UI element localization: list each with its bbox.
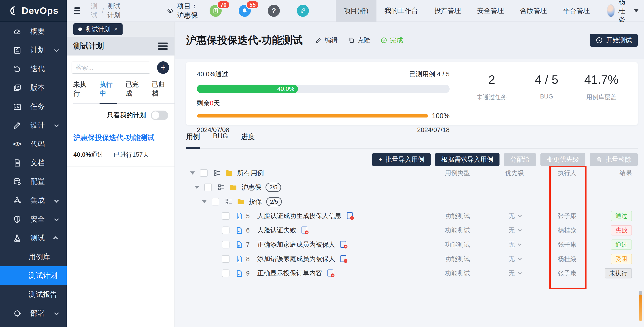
project-switcher[interactable]: 项目：沪惠保 xyxy=(167,1,203,20)
plan-list-item[interactable]: 沪惠保投保迭代-功能测试 40.0%通过 已进行157天 xyxy=(67,126,174,167)
sidebar-item-test-plan[interactable]: 测试计划 xyxy=(0,266,67,285)
sidebar-item-docs[interactable]: 文档 xyxy=(0,154,67,172)
help-icon[interactable]: ? xyxy=(268,5,280,17)
group-name: 所有用例 xyxy=(237,169,264,178)
sidebar-item-security[interactable]: 安全 xyxy=(0,210,67,229)
nav-item-security[interactable]: 安全管理 xyxy=(469,0,512,22)
sidebar-item-label: 版本 xyxy=(30,83,45,93)
case-title[interactable]: 添加错误家庭成员为被保人 xyxy=(257,254,335,263)
nav-item-version[interactable]: 合版管理 xyxy=(512,0,555,22)
close-icon[interactable]: × xyxy=(114,26,118,33)
nav-item-platform[interactable]: 平台管理 xyxy=(555,0,598,22)
logo-text: DevOps xyxy=(22,5,58,16)
tab-cases[interactable]: 用例 xyxy=(186,132,200,149)
plan-duration: 已进行157天 xyxy=(114,150,149,159)
tab-bug[interactable]: BUG xyxy=(213,132,228,149)
scrollbar-thumb[interactable] xyxy=(639,294,642,321)
nav-item-workbench[interactable]: 我的工作台 xyxy=(376,0,426,22)
notifications-bell-icon[interactable]: 55 xyxy=(239,5,251,17)
caret-down-icon[interactable] xyxy=(202,200,207,203)
priority-dropdown[interactable]: 无 xyxy=(492,226,537,235)
checkbox[interactable] xyxy=(212,198,219,205)
remove-case-icon[interactable] xyxy=(340,241,348,249)
sidebar-item-iteration[interactable]: 迭代 xyxy=(0,60,67,78)
remove-case-icon[interactable] xyxy=(346,212,354,220)
todo-count-badge: 70 xyxy=(217,0,230,9)
document-icon xyxy=(12,159,22,167)
checkbox[interactable] xyxy=(222,241,230,248)
checkbox[interactable] xyxy=(200,169,208,177)
copy-icon xyxy=(348,37,354,44)
sidebar-item-task[interactable]: 任务 xyxy=(0,97,67,116)
search-box[interactable] xyxy=(72,62,150,74)
checkbox[interactable] xyxy=(222,269,230,277)
clone-button[interactable]: 克隆 xyxy=(348,36,370,45)
plan-name-link[interactable]: 沪惠保投保迭代-功能测试 xyxy=(73,133,168,143)
checkbox[interactable] xyxy=(222,255,230,263)
link-icon[interactable] xyxy=(297,5,309,17)
sidebar-item-test-report[interactable]: 测试报告 xyxy=(0,285,67,304)
sidebar-item-config[interactable]: 配置 xyxy=(0,172,67,191)
chevron-down-icon xyxy=(518,271,522,275)
sidebar-item-test[interactable]: 测试 xyxy=(0,229,67,247)
my-plans-toggle[interactable] xyxy=(151,111,168,120)
tab-completed[interactable]: 已完成 xyxy=(126,80,144,104)
priority-dropdown[interactable]: 无 xyxy=(492,255,537,263)
dot-icon xyxy=(78,28,82,31)
todo-doc-icon[interactable]: 70 xyxy=(210,5,222,17)
sidebar-item-code[interactable]: </> 代码 xyxy=(0,135,67,154)
batch-import-button[interactable]: + 批量导入用例 xyxy=(372,153,430,166)
start-test-button[interactable]: 开始测试 xyxy=(590,34,638,47)
case-title[interactable]: 人脸认证失败 xyxy=(257,226,296,235)
nav-item-release[interactable]: 投产管理 xyxy=(426,0,469,22)
user-menu[interactable]: 杨桂焱 xyxy=(607,0,639,25)
sidebar-item-case-library[interactable]: 用例库 xyxy=(0,247,67,266)
priority-dropdown[interactable]: 无 xyxy=(492,212,537,220)
remove-case-icon[interactable] xyxy=(326,269,335,277)
caret-down-icon[interactable] xyxy=(190,171,195,175)
checkbox[interactable] xyxy=(222,212,230,220)
app-logo[interactable]: DevOps xyxy=(0,0,67,22)
import-by-requirement-button[interactable]: 根据需求导入用例 xyxy=(435,153,500,166)
tree-group-all-cases[interactable]: 所有用例 xyxy=(187,169,432,178)
checkbox[interactable] xyxy=(222,226,230,234)
breadcrumb-item[interactable]: 测试 xyxy=(91,2,98,20)
sidebar-item-label: 代码 xyxy=(30,139,45,149)
checkbox[interactable] xyxy=(204,184,212,191)
header-actions: 编辑 克隆 完成 xyxy=(315,36,403,45)
database-gear-icon xyxy=(12,177,22,186)
priority-dropdown[interactable]: 无 xyxy=(492,240,537,249)
tab-not-executed[interactable]: 未执行 xyxy=(73,80,91,104)
remove-case-icon[interactable] xyxy=(301,226,309,234)
case-title[interactable]: 正确添加家庭成员为被保人 xyxy=(257,240,335,249)
code-icon: </> xyxy=(12,141,22,148)
case-title[interactable]: 人脸认证成功生成投保人信息 xyxy=(257,211,342,220)
sidebar-item-plan[interactable]: 计划 xyxy=(0,41,67,60)
caret-down-icon[interactable] xyxy=(194,186,199,189)
remove-case-icon[interactable] xyxy=(340,255,348,263)
sidebar-item-integration[interactable]: 集成 xyxy=(0,191,67,210)
search-input[interactable] xyxy=(76,64,156,71)
sidebar-item-design[interactable]: 设计 xyxy=(0,116,67,135)
case-title[interactable]: 正确显示投保订单内容 xyxy=(257,269,322,278)
panel-menu-icon[interactable] xyxy=(158,43,168,50)
assign-to-button[interactable]: 分配给 xyxy=(504,153,536,166)
tab-archived[interactable]: 已归档 xyxy=(152,80,170,104)
add-plan-button[interactable]: + xyxy=(157,61,169,74)
priority-dropdown[interactable]: 无 xyxy=(492,269,537,277)
tab-progress[interactable]: 进度 xyxy=(241,132,255,149)
change-priority-button[interactable]: 变更优先级 xyxy=(540,153,586,166)
avatar xyxy=(607,4,615,17)
sidebar-item-overview[interactable]: 概要 xyxy=(0,22,67,41)
menu-toggle-icon[interactable] xyxy=(74,8,80,14)
bulk-remove-button[interactable]: 批量移除 xyxy=(590,153,638,166)
nav-item-projects[interactable]: 项目(群) xyxy=(336,0,376,22)
toggle-label: 只看我的计划 xyxy=(107,111,146,120)
sidebar-item-deploy[interactable]: 部署 xyxy=(0,304,67,323)
edit-button[interactable]: 编辑 xyxy=(315,36,338,45)
tab-chip-test-plan[interactable]: 测试计划 × xyxy=(73,23,122,35)
tab-in-progress[interactable]: 执行中 xyxy=(100,80,117,104)
complete-button[interactable]: 完成 xyxy=(380,36,403,45)
sidebar-item-label: 计划 xyxy=(30,45,45,55)
sidebar-item-version[interactable]: 版本 xyxy=(0,78,67,97)
